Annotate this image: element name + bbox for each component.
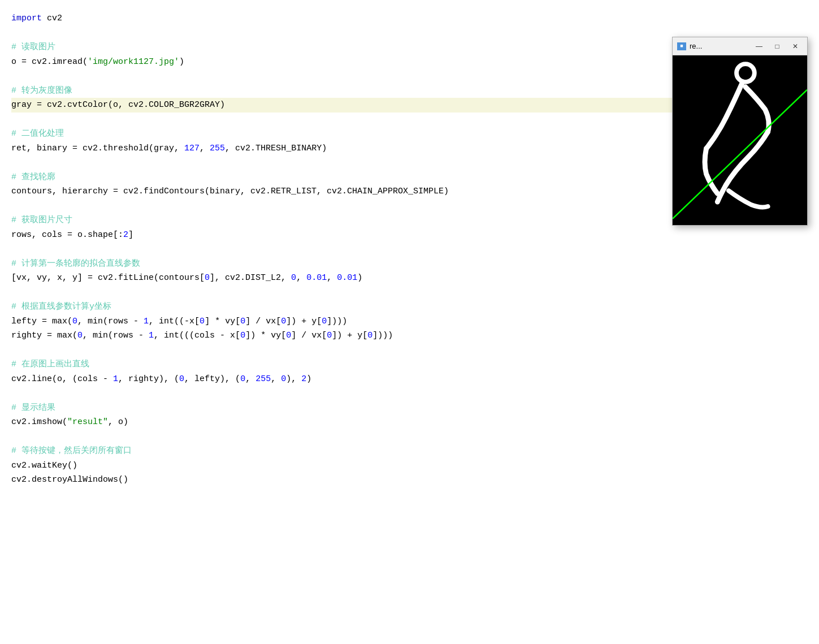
- code-line-28: # 显示结果: [11, 401, 808, 416]
- cv-minimize-button[interactable]: —: [752, 41, 766, 52]
- code-line-20: [11, 286, 808, 300]
- code-line-22: lefty = max(0, min(rows - 1, int((-x[0] …: [11, 314, 808, 329]
- cv-image-display: [673, 55, 807, 225]
- code-line-23: righty = max(0, min(rows - 1, int(((cols…: [11, 329, 808, 343]
- code-line-31: # 等待按键，然后关闭所有窗口: [11, 444, 808, 459]
- cv-maximize-button[interactable]: □: [770, 41, 785, 52]
- code-line-21: # 根据直线参数计算y坐标: [11, 300, 808, 314]
- code-line-18: # 计算第一条轮廓的拟合直线参数: [11, 257, 808, 271]
- code-line-1: import cv2: [11, 11, 808, 26]
- code-line-32: cv2.waitKey(): [11, 459, 808, 473]
- cv-window-icon: ■: [677, 42, 686, 50]
- cv-window-title: re...: [690, 42, 748, 50]
- code-line-24: [11, 343, 808, 358]
- code-line-26: cv2.line(o, (cols - 1, righty), (0, left…: [11, 372, 808, 387]
- code-line-17: [11, 242, 808, 257]
- code-line-29: cv2.imshow("result", o): [11, 415, 808, 430]
- code-line-16: rows, cols = o.shape[:2]: [11, 228, 808, 243]
- code-line-19: [vx, vy, x, y] = cv2.fitLine(contours[0]…: [11, 271, 808, 286]
- code-line-25: # 在原图上画出直线: [11, 357, 808, 372]
- code-line-27: [11, 386, 808, 401]
- cv-titlebar: ■ re... — □ ✕: [673, 37, 807, 55]
- cv-figure-svg: [673, 55, 807, 225]
- cv-result-window: ■ re... — □ ✕: [672, 37, 808, 226]
- code-line-30: [11, 430, 808, 444]
- cv-close-button[interactable]: ✕: [788, 41, 803, 52]
- code-line-33: cv2.destroyAllWindows(): [11, 473, 808, 487]
